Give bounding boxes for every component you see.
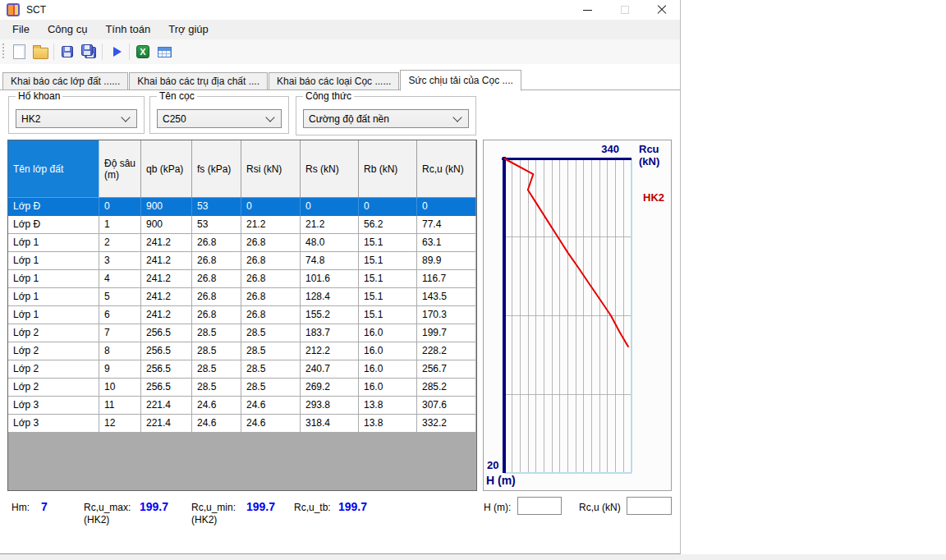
table-cell[interactable]: 256.5 — [141, 342, 192, 360]
table-cell[interactable]: 2 — [99, 234, 141, 252]
table-row[interactable]: Lớp 14241.226.826.8101.615.1116.7 — [8, 270, 476, 288]
table-cell[interactable]: Lớp 1 — [8, 306, 99, 324]
table-cell[interactable]: 269.2 — [301, 379, 359, 397]
table-cell[interactable]: 16.0 — [359, 379, 417, 397]
table-cell[interactable]: 101.6 — [301, 270, 359, 288]
table-cell[interactable]: 1 — [99, 216, 141, 234]
table-cell[interactable]: 0 — [241, 198, 301, 216]
table-cell[interactable]: 3 — [99, 252, 141, 270]
table-row[interactable]: Lớp 27256.528.528.5183.716.0199.7 — [8, 324, 476, 342]
table-cell[interactable]: 15.1 — [359, 270, 417, 288]
table-cell[interactable]: Lớp 1 — [8, 288, 99, 306]
table-cell[interactable]: 21.2 — [241, 216, 301, 234]
table-cell[interactable]: 11 — [99, 397, 141, 415]
table-cell[interactable]: 256.5 — [141, 379, 192, 397]
table-row[interactable]: Lớp 15241.226.826.8128.415.1143.5 — [8, 288, 476, 306]
table-cell[interactable]: 221.4 — [141, 397, 192, 415]
table-cell[interactable]: 285.2 — [417, 379, 476, 397]
table-cell[interactable]: 199.7 — [417, 324, 476, 342]
column-header[interactable]: Rb (kN) — [359, 140, 417, 198]
table-cell[interactable]: 16.0 — [359, 342, 417, 360]
table-cell[interactable]: 5 — [99, 288, 141, 306]
table-cell[interactable]: Lớp 2 — [8, 379, 99, 397]
table-cell[interactable]: 900 — [141, 216, 192, 234]
table-cell[interactable]: 89.9 — [417, 252, 476, 270]
table-cell[interactable]: 4 — [99, 270, 141, 288]
table-cell[interactable]: 12 — [99, 415, 141, 433]
table-row[interactable]: Lớp 13241.226.826.874.815.189.9 — [8, 252, 476, 270]
table-cell[interactable]: 332.2 — [417, 415, 476, 433]
menu-item-1[interactable]: File — [3, 20, 39, 39]
table-cell[interactable]: 26.8 — [192, 252, 241, 270]
table-cell[interactable]: Lớp 2 — [8, 342, 99, 360]
table-cell[interactable]: 48.0 — [301, 234, 359, 252]
save-button[interactable] — [57, 42, 77, 62]
table-cell[interactable]: 24.6 — [241, 415, 301, 433]
table-cell[interactable]: Lớp 2 — [8, 324, 99, 342]
h-query-input[interactable] — [517, 497, 562, 515]
tab-3[interactable]: Khai báo các loại Cọc ...... — [269, 72, 399, 90]
table-cell[interactable]: 77.4 — [417, 216, 476, 234]
table-cell[interactable]: 26.8 — [192, 306, 241, 324]
tab-1[interactable]: Khai báo các lớp đất ...... — [2, 72, 128, 90]
borehole-select[interactable]: HK2 — [16, 109, 137, 128]
table-cell[interactable]: 28.5 — [241, 379, 301, 397]
table-cell[interactable]: 9 — [99, 360, 141, 379]
table-cell[interactable]: 0 — [359, 198, 417, 216]
table-cell[interactable]: 26.8 — [192, 234, 241, 252]
table-cell[interactable]: 56.2 — [359, 216, 417, 234]
table-cell[interactable]: 6 — [99, 306, 141, 324]
save-all-button[interactable] — [79, 42, 99, 62]
table-row[interactable]: Lớp Đ19005321.221.256.277.4 — [8, 216, 476, 234]
table-cell[interactable]: 53 — [192, 198, 241, 216]
pile-select[interactable]: C250 — [157, 109, 282, 128]
table-view-button[interactable] — [154, 42, 174, 62]
excel-export-button[interactable] — [133, 42, 153, 62]
table-cell[interactable]: 28.5 — [192, 360, 241, 379]
table-cell[interactable]: Lớp 1 — [8, 234, 99, 252]
table-cell[interactable]: 900 — [141, 198, 192, 216]
table-cell[interactable]: 241.2 — [141, 306, 192, 324]
table-cell[interactable]: 26.8 — [241, 234, 301, 252]
table-cell[interactable]: 241.2 — [141, 234, 192, 252]
table-row[interactable]: Lớp 16241.226.826.8155.215.1170.3 — [8, 306, 476, 324]
table-cell[interactable]: 307.6 — [417, 397, 476, 415]
table-cell[interactable]: 24.6 — [241, 397, 301, 415]
table-cell[interactable]: 26.8 — [241, 252, 301, 270]
table-cell[interactable]: 24.6 — [192, 397, 241, 415]
table-cell[interactable]: 63.1 — [417, 234, 476, 252]
column-header[interactable]: Độ sâu (m) — [99, 140, 141, 198]
column-header[interactable]: Rsi (kN) — [241, 140, 301, 198]
table-cell[interactable]: Lớp 1 — [8, 270, 99, 288]
tab-4[interactable]: Sức chịu tải của Cọc .... — [400, 70, 521, 91]
table-cell[interactable]: Lớp 1 — [8, 252, 99, 270]
table-cell[interactable]: 256.5 — [141, 360, 192, 379]
table-cell[interactable]: 26.8 — [192, 270, 241, 288]
table-cell[interactable]: 318.4 — [301, 415, 359, 433]
table-cell[interactable]: 240.7 — [301, 360, 359, 379]
table-cell[interactable]: 13.8 — [359, 397, 417, 415]
table-cell[interactable]: 0 — [301, 198, 359, 216]
table-cell[interactable]: 143.5 — [417, 288, 476, 306]
table-cell[interactable]: 26.8 — [192, 288, 241, 306]
table-cell[interactable]: 13.8 — [359, 415, 417, 433]
table-cell[interactable]: 15.1 — [359, 252, 417, 270]
table-cell[interactable]: 155.2 — [301, 306, 359, 324]
table-cell[interactable]: 28.5 — [192, 324, 241, 342]
table-cell[interactable]: 15.1 — [359, 306, 417, 324]
table-row[interactable]: Lớp 28256.528.528.5212.216.0228.2 — [8, 342, 476, 360]
table-cell[interactable]: 26.8 — [241, 270, 301, 288]
tab-2[interactable]: Khai báo các trụ địa chất .... — [129, 72, 268, 90]
table-cell[interactable]: 0 — [99, 198, 141, 216]
table-cell[interactable]: 212.2 — [301, 342, 359, 360]
table-cell[interactable]: Lớp Đ — [8, 216, 99, 234]
table-cell[interactable]: 21.2 — [301, 216, 359, 234]
column-header[interactable]: Rc,u (kN) — [417, 140, 476, 198]
table-cell[interactable]: 28.5 — [192, 379, 241, 397]
column-header[interactable]: qb (kPa) — [141, 140, 192, 198]
table-cell[interactable]: 16.0 — [359, 324, 417, 342]
column-header[interactable]: Tên lớp đất — [8, 140, 99, 198]
table-row[interactable]: Lớp Đ0900530000 — [8, 198, 476, 216]
table-row[interactable]: Lớp 29256.528.528.5240.716.0256.7 — [8, 360, 476, 379]
table-cell[interactable]: 16.0 — [359, 360, 417, 379]
